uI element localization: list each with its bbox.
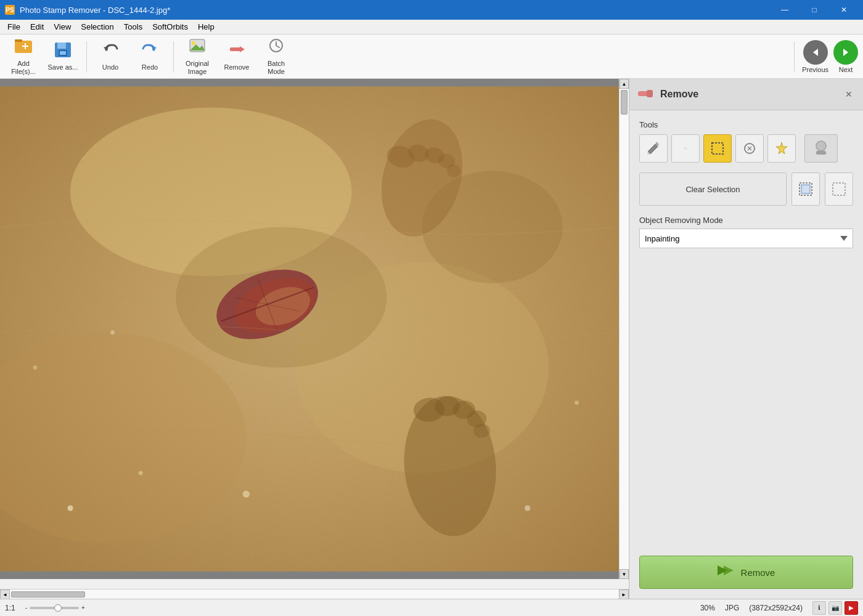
canvas-area[interactable] [0, 79, 619, 579]
svg-rect-13 [230, 47, 241, 51]
toolbox-close-button[interactable]: ✕ [842, 87, 856, 101]
toolbar-sep-1 [86, 41, 87, 72]
remove-action-button[interactable]: Remove [639, 556, 853, 589]
camera-icon: 📷 [828, 601, 842, 615]
scroll-up-button[interactable]: ▲ [620, 79, 629, 89]
status-dimensions: (3872x2592x24) [749, 604, 803, 612]
original-image-button[interactable]: Original Image [179, 38, 216, 75]
status-icons: ℹ 📷 ▶ [812, 601, 858, 615]
menu-view[interactable]: View [49, 20, 76, 34]
maximize-button[interactable]: □ [800, 0, 828, 20]
batch-mode-button[interactable]: Batch Mode [258, 38, 295, 75]
next-button[interactable] [833, 40, 858, 65]
zoom-thumb[interactable] [54, 604, 62, 612]
zoom-plus-icon[interactable]: + [81, 604, 85, 611]
deselect-button[interactable] [825, 172, 853, 206]
remove-label: Remove [224, 63, 250, 71]
zoom-track [30, 607, 79, 609]
zoom-slider[interactable]: - + [25, 604, 85, 611]
minimize-button[interactable]: — [771, 0, 799, 20]
menu-edit[interactable]: Edit [25, 20, 49, 34]
svg-rect-3 [25, 43, 26, 49]
undo-label: Undo [102, 63, 118, 71]
save-as-button[interactable]: Save as... [44, 38, 81, 75]
add-files-button[interactable]: Add File(s)... [5, 38, 42, 75]
svg-rect-5 [57, 43, 66, 49]
svg-rect-7 [60, 51, 66, 55]
remove-button[interactable]: Remove [218, 38, 255, 75]
pencil-tool-button[interactable] [639, 134, 668, 163]
toolbar-sep-2 [173, 41, 174, 72]
redo-button[interactable]: Redo [131, 38, 168, 75]
svg-point-48 [575, 400, 579, 405]
menu-help[interactable]: Help [193, 20, 219, 34]
add-files-label: Add File(s)... [6, 60, 41, 76]
batch-mode-label: Batch Mode [258, 60, 294, 76]
mode-dropdown[interactable]: Inpainting Smart Fill Clone Stamp [639, 229, 853, 248]
menu-bar: File Edit View Selection Tools SoftOrbit… [0, 20, 863, 34]
svg-point-11 [192, 41, 195, 45]
svg-marker-14 [240, 46, 245, 52]
svg-marker-17 [843, 49, 848, 56]
clear-selection-button[interactable]: Clear Selection [639, 172, 787, 206]
youtube-icon[interactable]: ▶ [845, 601, 858, 615]
next-label: Next [839, 66, 853, 73]
object-removing-mode-label: Object Removing Mode [639, 216, 853, 225]
canvas-scroll-area: ▲ ▼ [0, 79, 629, 589]
info-button[interactable]: ℹ [812, 601, 826, 615]
svg-point-44 [139, 471, 143, 475]
magic-wand-tool-button[interactable] [735, 134, 764, 163]
tools-section: Tools [639, 120, 853, 163]
undo-button[interactable]: Undo [92, 38, 129, 75]
object-removing-section: Object Removing Mode Inpainting Smart Fi… [639, 216, 853, 248]
scroll-thumb-v[interactable] [621, 90, 628, 115]
svg-rect-51 [647, 90, 653, 97]
svg-rect-60 [801, 185, 810, 193]
original-image-label: Original Image [179, 60, 215, 76]
status-bar: 1:1 - + 30% JPG (3872x2592x24) ℹ 📷 ▶ [0, 599, 863, 616]
horizontal-scrollbar[interactable]: ◄ ► [0, 589, 629, 599]
window-title: Photo Stamp Remover - DSC_1444-2.jpg* [20, 6, 170, 15]
redo-label: Redo [142, 63, 158, 71]
svg-point-46 [33, 365, 38, 370]
svg-point-57 [816, 141, 826, 151]
tools-row [639, 134, 853, 163]
svg-point-47 [525, 505, 530, 511]
star-wand-tool-button[interactable] [767, 134, 796, 163]
zoom-minus-icon[interactable]: - [25, 604, 27, 611]
toolbar-div-nav [794, 41, 795, 72]
status-zoom-percent: 30% [700, 604, 715, 612]
previous-label: Previous [802, 66, 828, 73]
remove-action-icon [718, 563, 735, 582]
previous-button[interactable] [803, 40, 828, 65]
add-files-icon [14, 37, 33, 59]
vertical-scrollbar[interactable]: ▲ ▼ [619, 79, 629, 579]
eraser-tool-button[interactable] [671, 134, 700, 163]
svg-rect-61 [833, 183, 845, 195]
svg-rect-55 [712, 143, 723, 154]
close-button[interactable]: ✕ [830, 0, 858, 20]
original-image-icon [187, 37, 207, 59]
toolbox-title: Remove [660, 89, 698, 100]
svg-marker-16 [813, 49, 818, 56]
scroll-thumb-h[interactable] [11, 591, 85, 598]
stamp-tool-button[interactable] [804, 134, 838, 163]
tools-label: Tools [639, 120, 853, 129]
toolbar: Add File(s)... Save as... Undo [0, 34, 863, 79]
scroll-left-button[interactable]: ◄ [0, 590, 10, 599]
select-all-button[interactable] [791, 172, 820, 206]
prev-nav-item: Previous [802, 40, 828, 73]
rect-select-tool-button[interactable] [703, 134, 732, 163]
next-nav-item: Next [833, 40, 858, 73]
save-as-label: Save as... [48, 63, 78, 71]
svg-marker-63 [724, 565, 734, 575]
menu-file[interactable]: File [2, 20, 25, 34]
status-format: JPG [725, 604, 739, 612]
canvas-image [0, 79, 619, 579]
scroll-right-button[interactable]: ► [619, 590, 629, 599]
scroll-down-button[interactable]: ▼ [620, 569, 629, 579]
menu-softorbits[interactable]: SoftOrbits [147, 20, 193, 34]
app-icon: PS [5, 5, 15, 15]
menu-tools[interactable]: Tools [119, 20, 147, 34]
menu-selection[interactable]: Selection [76, 20, 118, 34]
